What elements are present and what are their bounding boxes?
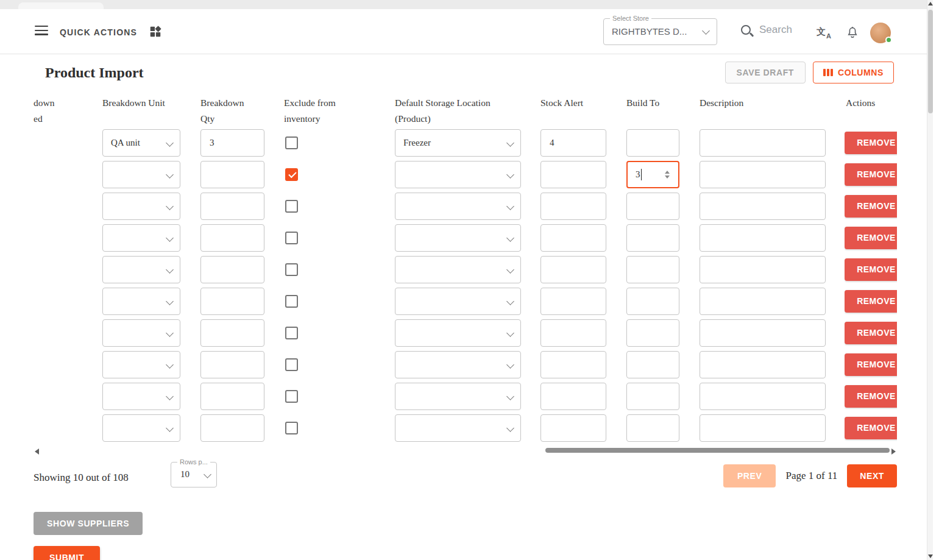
scroll-up-arrow-icon[interactable] <box>928 2 933 5</box>
widgets-icon[interactable] <box>149 25 162 41</box>
breakdown-unit-select[interactable] <box>102 161 180 188</box>
stock-alert-input[interactable] <box>540 351 606 378</box>
storage-location-select[interactable] <box>395 256 521 283</box>
exclude-from-inventory-checkbox[interactable] <box>285 422 298 434</box>
submit-button[interactable]: SUBMIT <box>34 546 100 560</box>
scroll-right-arrow-icon[interactable] <box>891 448 896 455</box>
exclude-from-inventory-checkbox[interactable] <box>285 390 298 403</box>
storage-location-select[interactable] <box>395 319 521 347</box>
exclude-from-inventory-checkbox[interactable] <box>285 168 298 181</box>
storage-location-select[interactable] <box>395 288 521 315</box>
breakdown-qty-input[interactable] <box>200 193 264 220</box>
build-to-input[interactable]: 3 <box>626 161 679 188</box>
stock-alert-input[interactable] <box>540 383 606 410</box>
breakdown-qty-input[interactable] <box>200 383 264 410</box>
breakdown-unit-select[interactable] <box>102 193 180 220</box>
stock-alert-input[interactable] <box>540 193 606 220</box>
exclude-from-inventory-checkbox[interactable] <box>285 200 298 213</box>
storage-location-select[interactable] <box>395 414 521 442</box>
description-input[interactable] <box>700 193 826 220</box>
build-to-input[interactable] <box>626 383 679 410</box>
quick-actions-label[interactable]: QUICK ACTIONS <box>60 27 137 37</box>
breakdown-qty-input[interactable] <box>200 351 264 378</box>
next-page-button[interactable]: NEXT <box>847 464 897 487</box>
description-input[interactable] <box>700 161 826 188</box>
description-input[interactable] <box>700 224 826 252</box>
storage-location-select[interactable] <box>395 161 521 188</box>
description-input[interactable] <box>700 129 826 157</box>
remove-button[interactable]: REMOVE <box>845 385 897 408</box>
build-to-input[interactable] <box>626 288 679 315</box>
breakdown-unit-select[interactable] <box>102 256 180 283</box>
exclude-from-inventory-checkbox[interactable] <box>285 295 298 308</box>
show-suppliers-button[interactable]: SHOW SUPPLIERS <box>34 512 143 535</box>
exclude-from-inventory-checkbox[interactable] <box>285 263 298 276</box>
remove-button[interactable]: REMOVE <box>845 322 897 344</box>
storage-location-select[interactable] <box>395 351 521 378</box>
stock-alert-input[interactable] <box>540 256 606 283</box>
breakdown-unit-select[interactable] <box>102 288 180 315</box>
stock-alert-input[interactable] <box>540 319 606 347</box>
remove-button[interactable]: REMOVE <box>845 163 897 186</box>
build-to-input[interactable] <box>626 351 679 378</box>
storage-location-select[interactable] <box>395 224 521 252</box>
stock-alert-input[interactable] <box>540 224 606 252</box>
breakdown-unit-select[interactable] <box>102 319 180 347</box>
exclude-from-inventory-checkbox[interactable] <box>285 327 298 339</box>
avatar[interactable] <box>870 23 891 43</box>
breakdown-qty-input[interactable] <box>200 288 264 315</box>
remove-button[interactable]: REMOVE <box>845 353 897 376</box>
menu-icon[interactable] <box>35 26 48 35</box>
build-to-input[interactable] <box>626 256 679 283</box>
breakdown-qty-input[interactable] <box>200 256 264 283</box>
breakdown-qty-input[interactable] <box>200 319 264 347</box>
scroll-left-arrow-icon[interactable] <box>35 448 39 455</box>
search-input[interactable]: Search <box>741 24 792 36</box>
save-draft-button[interactable]: SAVE DRAFT <box>725 62 806 83</box>
vertical-scrollbar-thumb[interactable] <box>928 10 933 113</box>
scroll-down-arrow-icon[interactable] <box>928 555 933 558</box>
breakdown-qty-input[interactable] <box>200 224 264 252</box>
horizontal-scrollbar[interactable] <box>34 446 897 456</box>
storage-location-select[interactable]: Freezer <box>395 129 521 157</box>
description-input[interactable] <box>700 256 826 283</box>
remove-button[interactable]: REMOVE <box>845 290 897 313</box>
description-input[interactable] <box>700 383 826 410</box>
store-select[interactable]: Select Store RIGHTBYTES D... <box>603 18 717 45</box>
horizontal-scrollbar-thumb[interactable] <box>545 448 890 453</box>
stock-alert-input[interactable] <box>540 414 606 442</box>
remove-button[interactable]: REMOVE <box>845 258 897 281</box>
stock-alert-input[interactable] <box>540 161 606 188</box>
translate-icon[interactable]: 文A <box>817 26 831 40</box>
breakdown-qty-input[interactable] <box>200 414 264 442</box>
description-input[interactable] <box>700 288 826 315</box>
build-to-input[interactable] <box>626 224 679 252</box>
notifications-bell-icon[interactable] <box>846 25 859 42</box>
breakdown-unit-select[interactable] <box>102 383 180 410</box>
description-input[interactable] <box>700 319 826 347</box>
stock-alert-input[interactable] <box>540 288 606 315</box>
breakdown-unit-select[interactable] <box>102 414 180 442</box>
storage-location-select[interactable] <box>395 383 521 410</box>
rows-per-page-select[interactable]: Rows p... 10 <box>171 462 217 487</box>
breakdown-unit-select[interactable]: QA unit <box>102 129 180 157</box>
description-input[interactable] <box>700 414 826 442</box>
build-to-input[interactable] <box>626 193 679 220</box>
breakdown-qty-input[interactable]: 3 <box>200 129 264 157</box>
vertical-scrollbar[interactable] <box>927 0 933 560</box>
exclude-from-inventory-checkbox[interactable] <box>285 358 298 371</box>
remove-button[interactable]: REMOVE <box>845 132 897 154</box>
storage-location-select[interactable] <box>395 193 521 220</box>
columns-button[interactable]: COLUMNS <box>813 62 894 83</box>
prev-page-button[interactable]: PREV <box>723 464 776 487</box>
remove-button[interactable]: REMOVE <box>845 417 897 439</box>
exclude-from-inventory-checkbox[interactable] <box>285 232 298 244</box>
description-input[interactable] <box>700 351 826 378</box>
remove-button[interactable]: REMOVE <box>845 227 897 249</box>
build-to-input[interactable] <box>626 414 679 442</box>
breakdown-qty-input[interactable] <box>200 161 264 188</box>
build-to-input[interactable] <box>626 129 679 157</box>
stock-alert-input[interactable]: 4 <box>540 129 606 157</box>
number-spinner[interactable] <box>665 171 671 179</box>
breakdown-unit-select[interactable] <box>102 351 180 378</box>
